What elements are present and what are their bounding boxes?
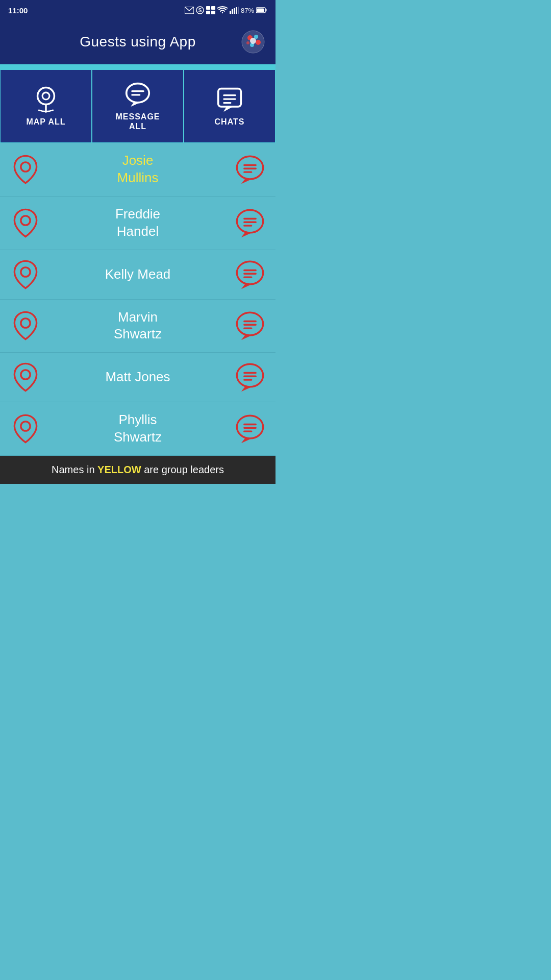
- location-pin-icon: [10, 208, 41, 238]
- map-pin-icon: [33, 86, 59, 113]
- svg-point-57: [237, 415, 263, 438]
- svg-rect-5: [206, 11, 210, 14]
- svg-rect-10: [236, 7, 237, 14]
- svg-point-41: [21, 267, 30, 276]
- svg-point-37: [237, 210, 263, 233]
- guest-name: JosieMullins: [41, 152, 235, 187]
- message-icon: [124, 81, 151, 108]
- grid-icon: [206, 6, 215, 14]
- footer-highlight: YELLOW: [97, 464, 141, 475]
- svg-rect-27: [218, 88, 241, 106]
- page-title: Guests using App: [35, 34, 241, 50]
- chat-icon[interactable]: [235, 154, 265, 185]
- guest-name: FreddieHandel: [41, 206, 235, 240]
- guest-name: MarvinShwartz: [41, 309, 235, 344]
- svg-point-51: [21, 370, 30, 379]
- map-all-label: MAP ALL: [26, 117, 65, 127]
- guest-row[interactable]: Kelly Mead: [0, 250, 276, 300]
- guest-list: JosieMullins FreddieHandel Kelly Mead: [0, 143, 276, 455]
- location-pin-icon: [10, 310, 41, 341]
- svg-rect-7: [230, 11, 231, 14]
- svg-point-31: [21, 162, 30, 172]
- svg-point-18: [256, 40, 261, 45]
- map-all-button[interactable]: MAP ALL: [0, 69, 92, 143]
- battery-text: 87%: [241, 7, 254, 14]
- chat-icon[interactable]: [235, 259, 265, 290]
- guest-row[interactable]: MarvinShwartz: [0, 300, 276, 353]
- message-all-button[interactable]: MESSAGE ALL: [92, 69, 184, 143]
- signal-icon: [230, 7, 239, 14]
- chats-icon: [216, 86, 243, 113]
- app-logo: [241, 30, 265, 54]
- status-time: 11:00: [8, 6, 28, 15]
- svg-point-24: [127, 84, 149, 103]
- message-all-label: MESSAGE ALL: [115, 112, 160, 131]
- guest-row[interactable]: JosieMullins: [0, 143, 276, 197]
- chat-icon[interactable]: [235, 413, 265, 444]
- wifi-icon: [217, 6, 228, 14]
- svg-point-32: [237, 156, 263, 179]
- svg-rect-13: [266, 9, 267, 12]
- svg-point-21: [246, 41, 249, 44]
- chat-icon[interactable]: [235, 310, 265, 341]
- cyan-divider: [0, 64, 276, 69]
- action-buttons: MAP ALL MESSAGE ALL CHATS: [0, 69, 276, 143]
- svg-point-56: [21, 422, 30, 431]
- header: Guests using App: [0, 20, 276, 64]
- location-pin-icon: [10, 154, 41, 185]
- svg-rect-4: [211, 6, 215, 10]
- svg-point-47: [237, 313, 263, 336]
- battery-icon: [256, 7, 267, 13]
- svg-point-22: [38, 87, 55, 104]
- guest-name: Kelly Mead: [41, 266, 235, 283]
- status-bar: 11:00 S: [0, 0, 276, 20]
- svg-point-17: [254, 35, 258, 39]
- chats-button[interactable]: CHATS: [184, 69, 276, 143]
- location-pin-icon: [10, 362, 41, 393]
- svg-rect-6: [211, 11, 215, 14]
- guest-row[interactable]: PhyllisShwartz: [0, 402, 276, 456]
- guest-name: Matt Jones: [41, 369, 235, 386]
- guest-row[interactable]: FreddieHandel: [0, 197, 276, 250]
- location-pin-icon: [10, 259, 41, 290]
- chats-label: CHATS: [215, 117, 245, 127]
- location-pin-icon: [10, 413, 41, 444]
- footer-suffix: are group leaders: [141, 464, 224, 475]
- s-icon: S: [196, 6, 204, 14]
- guest-row[interactable]: Matt Jones: [0, 353, 276, 402]
- svg-point-52: [237, 364, 263, 387]
- svg-rect-3: [206, 6, 210, 10]
- chat-icon[interactable]: [235, 362, 265, 393]
- chat-icon[interactable]: [235, 208, 265, 238]
- svg-point-46: [21, 318, 30, 328]
- footer: Names in YELLOW are group leaders: [0, 456, 276, 484]
- svg-rect-14: [257, 9, 264, 12]
- status-icons: S 87%: [185, 6, 267, 14]
- svg-rect-8: [232, 9, 233, 14]
- svg-point-23: [42, 92, 49, 100]
- svg-point-42: [237, 261, 263, 284]
- svg-text:S: S: [198, 8, 202, 13]
- footer-prefix: Names in: [52, 464, 97, 475]
- svg-point-20: [250, 38, 256, 44]
- email-icon: [185, 7, 194, 14]
- svg-rect-11: [238, 7, 239, 14]
- svg-rect-9: [234, 8, 235, 14]
- svg-point-36: [21, 216, 30, 225]
- guest-name: PhyllisShwartz: [41, 411, 235, 446]
